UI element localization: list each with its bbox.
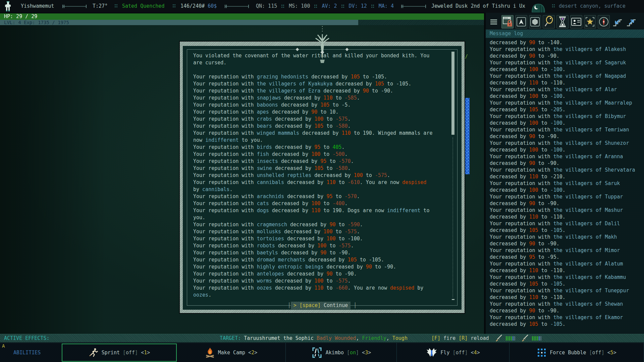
game-screen: Yishwamemut T:27° Sated Quenched 146/240… (0, 0, 644, 362)
ability-name: Akimbo (326, 350, 344, 356)
top-right-toolbar (488, 14, 637, 29)
ability-slot-fly[interactable]: Fly[off]<4> (397, 343, 509, 362)
plant-map-glyph: / (465, 54, 468, 60)
stat-dv: DV: 12 (349, 0, 367, 12)
pointer-icon[interactable] (515, 15, 527, 28)
temperature: T:27° (93, 0, 108, 12)
ability-state: [off] (452, 350, 468, 356)
ability-state: [off] (589, 350, 604, 356)
ability-name: Force Bubble (550, 350, 586, 356)
stat-qn: QN: 115 (256, 0, 277, 12)
ability-name: Make Camp (218, 350, 245, 356)
character-card-icon[interactable] (570, 15, 582, 28)
carry-weight: 146/240# 60$ (180, 0, 217, 12)
ui-lock-icon[interactable] (501, 15, 514, 28)
game-date: Jeweled Dusk 2nd of Tishru i Ux (431, 0, 525, 12)
dialog-message: Your reputation with apes decreased by 9… (193, 109, 435, 116)
stairs-down-icon[interactable] (611, 15, 624, 28)
log-message: decreased by 90 to -140. (490, 39, 640, 46)
ability-slot-sprint[interactable]: Sprint[off]<1> (62, 344, 177, 362)
dialog-scrollbar[interactable] (451, 52, 454, 303)
log-message: Your reputation with the villagers of Da… (490, 220, 640, 234)
dialog-message: Your reputation with tortoises decreased… (193, 235, 435, 242)
frame-tick (296, 48, 299, 51)
scrollbar-end (452, 299, 454, 300)
hourglass-icon[interactable] (556, 15, 569, 28)
log-message: Your reputation with the villagers of Sh… (490, 140, 640, 153)
dialog-message: Your reputation with grazing hedonists d… (193, 73, 435, 80)
message-log-panel[interactable]: decreased by 90 to -140.Your reputation … (486, 38, 644, 334)
message-log-header: Message log (486, 29, 644, 38)
scrollbar-track (452, 137, 453, 297)
top-status-bar: Yishwamemut T:27° Sated Quenched 146/240… (0, 0, 644, 13)
temperature-gauge (62, 6, 87, 7)
dialog-message: Your reputation with insects decreased b… (193, 158, 435, 165)
log-message: Your reputation with the villagers of Ar… (490, 153, 640, 167)
ability-state: [on] (347, 350, 359, 356)
log-message: Your reputation with the villagers of Te… (490, 126, 640, 140)
akimbo-daggers-icon (311, 347, 323, 358)
compass-icon[interactable] (598, 15, 610, 28)
dialog-message: Your reputation with robots decreased by… (193, 242, 435, 249)
dialog-message: Your reputation with dromad merchants de… (193, 256, 435, 263)
ability-hotkey: <2> (248, 350, 257, 356)
continue-row: │> [space] Continue │ (187, 302, 457, 309)
log-message: Your reputation with the villagers of Sh… (490, 167, 640, 180)
dialog-message: Your reputation with cats decreased by 1… (193, 200, 435, 207)
target-readout: TARGET: Taruushrumet the Sophic Badly Wo… (220, 334, 408, 342)
log-message: Your reputation with the villagers of Al… (490, 260, 640, 274)
target-tag: Friendly (362, 335, 386, 341)
gem-icon[interactable] (529, 15, 541, 28)
dialog-message: Your reputation with swine decreased by … (193, 165, 435, 172)
ability-bar: A ABILITIES Sprint[off]<1>Make Camp<2>Ak… (0, 343, 644, 362)
hp-bar: HP: 29 / 29 (0, 13, 484, 20)
fire-key[interactable]: [F] (431, 334, 440, 342)
dialog-message: Your reputation with winged mammals decr… (193, 130, 435, 144)
reload-key[interactable]: [R] (459, 334, 468, 342)
dialog-text: You violated the covenant of the water r… (193, 52, 435, 299)
quest-star-icon[interactable] (584, 15, 596, 28)
active-effects-label: ACTIVE EFFECTS: (4, 334, 49, 342)
ability-name: Sprint (102, 350, 120, 356)
stat-ma: MA: 4 (379, 0, 394, 12)
ability-hotkey: <3> (362, 350, 371, 356)
menu-icon[interactable] (488, 15, 500, 28)
dialog-message: Your reputation with dogs decreased by 1… (193, 207, 435, 221)
ability-slot-akimbo[interactable]: Akimbo[on]<3> (286, 343, 397, 362)
log-message: Your reputation with the villagers of Ek… (490, 314, 640, 327)
dialog-message: Your reputation with baetyls decreased b… (193, 249, 435, 256)
log-message: Your reputation with the villagers of Na… (490, 73, 640, 86)
water-tile-column (465, 98, 470, 174)
separator-dots (115, 4, 118, 8)
hunger-thirst-status: Sated Quenched (122, 0, 164, 12)
dialog-message: Your reputation with worms decreased by … (193, 278, 435, 285)
ability-slot-force-bubble[interactable]: Force Bubble[off]<5> (509, 343, 644, 362)
runner-icon (89, 348, 99, 358)
ability-name: Fly (440, 350, 449, 356)
dialog-message: Your reputation with the villagers of Ky… (193, 80, 435, 87)
dialog-message: Your reputation with cragmensch decrease… (193, 221, 435, 228)
log-message: Your reputation with the villagers of Mi… (490, 247, 640, 260)
dialog-message: Your reputation with unshelled reptiles … (193, 172, 435, 179)
time-gauge (401, 6, 426, 7)
abilities-label: ABILITIES (13, 343, 41, 362)
scrollbar-thumb[interactable] (451, 52, 454, 135)
separator-dots (341, 5, 344, 8)
log-message: Your reputation with the villagers of Sa… (490, 59, 640, 73)
log-message: Your reputation with the villagers of Al… (490, 86, 640, 100)
dialog-inner-frame: You violated the covenant of the water r… (187, 49, 458, 306)
reload-label[interactable]: reload (471, 334, 489, 342)
fire-label[interactable]: fire (443, 334, 455, 342)
dialog-message: Your reputation with baboons decreased b… (193, 102, 435, 109)
stairs-up-icon[interactable] (625, 15, 637, 28)
ability-slot-make-camp[interactable]: Make Camp<2> (177, 343, 286, 362)
target-tag: Badly Wounded (317, 335, 356, 341)
fire-reload-controls[interactable]: [F]fire[R]reload (431, 334, 541, 342)
separator-dots (173, 4, 176, 8)
status-effects-row: ACTIVE EFFECTS: TARGET: Taruushrumet the… (0, 334, 644, 343)
continue-button[interactable]: > [space] Continue (291, 302, 351, 309)
search-icon[interactable] (543, 15, 555, 28)
frame-tick (345, 48, 348, 51)
stat-block: QN: 115MS: 100AV: 2DV: 12MA: 4 (256, 0, 394, 12)
ability-hotkey: <5> (607, 350, 616, 356)
